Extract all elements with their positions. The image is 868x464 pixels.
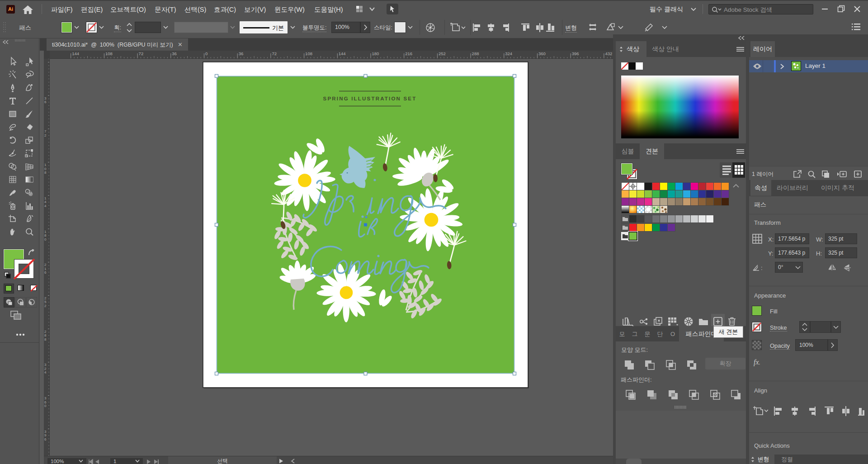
svg-text:144: 144 [72, 51, 79, 56]
svg-text:216: 216 [405, 51, 412, 56]
svg-text:4: 4 [44, 204, 47, 208]
svg-text:SPRING ILLUSTRATION SET: SPRING ILLUSTRATION SET [323, 96, 417, 101]
svg-text:180: 180 [372, 51, 379, 56]
svg-text:36: 36 [172, 51, 177, 56]
svg-text:0: 0 [44, 237, 47, 241]
svg-text:6: 6 [44, 270, 47, 275]
svg-text:108: 108 [305, 51, 312, 56]
svg-text:396: 396 [572, 51, 579, 56]
svg-text:288: 288 [472, 51, 479, 56]
svg-text:144: 144 [339, 51, 346, 56]
svg-text:0: 0 [205, 51, 208, 56]
svg-text:2: 2 [44, 304, 47, 308]
svg-text:4: 4 [44, 370, 47, 374]
svg-text:72: 72 [139, 51, 144, 56]
svg-text:360: 360 [538, 51, 546, 56]
svg-text:2: 2 [44, 133, 47, 137]
svg-text:6: 6 [44, 437, 47, 441]
svg-text:8: 8 [44, 337, 47, 341]
svg-text:0: 0 [44, 404, 47, 408]
svg-text:108: 108 [105, 51, 113, 56]
svg-text:8: 8 [44, 170, 47, 175]
svg-text:324: 324 [505, 51, 512, 56]
svg-text:432: 432 [605, 51, 612, 56]
svg-text:36: 36 [239, 51, 244, 56]
svg-text:72: 72 [272, 51, 277, 56]
svg-text:252: 252 [439, 51, 446, 56]
svg-text:6: 6 [44, 100, 47, 104]
